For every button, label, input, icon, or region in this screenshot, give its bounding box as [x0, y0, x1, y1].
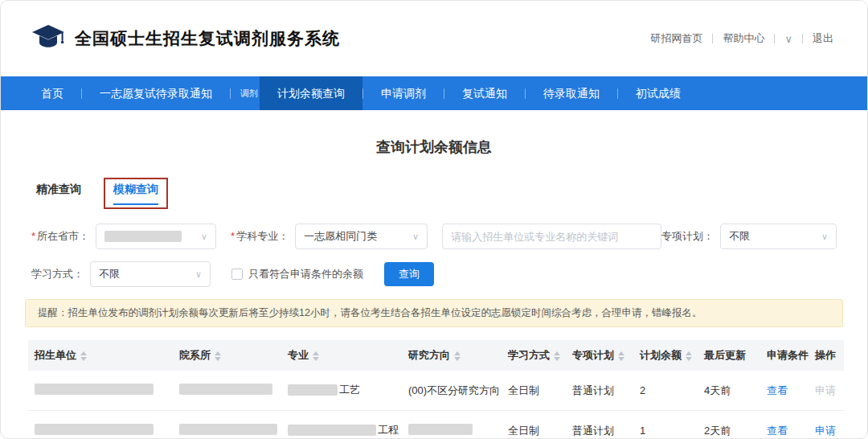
page-title: 查询计划余额信息	[1, 137, 867, 157]
cell-major: 工程	[281, 411, 402, 439]
cell-apply-condition: 查看	[760, 411, 809, 439]
results-table: 招生单位 院系所 专业 研究方向 学习方式 专项计划 计划余额 最后更新 申请条…	[28, 340, 844, 439]
col-header-action: 操作	[809, 340, 844, 371]
table-row: 工艺 (00)不区分研究方向 全日制 普通计划 2 4天前 查看 申请	[28, 371, 844, 411]
col-header-balance[interactable]: 计划余额	[633, 340, 698, 371]
filter-form: *所在省市： ∨ *学科专业： 一志愿相同门类 ∨ 专项计划： 不限 ∨	[31, 224, 837, 287]
nav-group-label-tiaoji: 调剂	[240, 88, 258, 100]
sort-icon[interactable]	[618, 351, 624, 361]
divider	[712, 34, 713, 43]
redacted-text	[179, 424, 277, 435]
keyword-input[interactable]	[442, 224, 661, 249]
brand: 全国硕士生招生复试调剂服务系统	[31, 24, 340, 54]
view-link[interactable]: 查看	[767, 384, 788, 396]
cell-special-plan: 普通计划	[566, 371, 633, 411]
main-nav: 首页 一志愿复试待录取通知 调剂 计划余额查询 申请调剂 复试通知 待录取通知 …	[1, 76, 867, 110]
study-mode-select-value: 不限	[99, 267, 120, 281]
col-header-last-update: 最后更新	[698, 340, 760, 371]
nav-divider	[230, 88, 231, 99]
cell-major: 工艺	[281, 371, 402, 411]
col-header-department[interactable]: 院系所	[173, 340, 281, 371]
apply-link[interactable]: 申请	[815, 425, 836, 437]
subject-select-value: 一志愿相同门类	[304, 229, 377, 244]
nav-item-initial-score[interactable]: 初试成绩	[618, 76, 698, 110]
col-header-apply-condition: 申请条件	[760, 340, 809, 371]
sort-icon[interactable]	[80, 351, 87, 361]
redacted-text	[408, 424, 473, 435]
page: 全国硕士生招生复试调剂服务系统 研招网首页 帮助中心 ∨ 退出 首页 一志愿复试…	[0, 0, 868, 439]
redacted-province-value	[104, 231, 182, 242]
subject-select[interactable]: 一志愿相同门类 ∨	[295, 224, 428, 249]
study-mode-field: 学习方式： 不限 ∨	[31, 261, 211, 287]
top-links: 研招网首页 帮助中心 ∨ 退出	[650, 31, 833, 46]
user-menu-chevron-down-icon[interactable]: ∨	[784, 33, 792, 45]
col-header-direction[interactable]: 研究方向	[402, 340, 502, 371]
col-header-major[interactable]: 专业	[281, 340, 402, 371]
app-title: 全国硕士生招生复试调剂服务系统	[75, 27, 340, 50]
divider	[774, 34, 775, 43]
tab-precise-query[interactable]: 精准查询	[36, 183, 81, 205]
cell-apply-condition: 查看	[760, 371, 809, 411]
nav-item-plan-balance-query[interactable]: 计划余额查询	[260, 76, 362, 110]
divider	[802, 34, 803, 43]
logout-link[interactable]: 退出	[813, 31, 833, 46]
redacted-text	[35, 424, 154, 435]
topbar: 全国硕士生招生复试调剂服务系统 研招网首页 帮助中心 ∨ 退出	[1, 1, 867, 76]
sort-icon[interactable]	[215, 351, 221, 361]
required-mark: *	[231, 230, 235, 242]
query-tabs: 精准查询 模糊查询	[36, 178, 867, 209]
cell-balance: 2	[633, 371, 698, 411]
reminder-banner: 提醒：招生单位发布的调剂计划余额每次更新后将至少持续12小时，请各位考生结合各招…	[25, 299, 843, 327]
redacted-text	[288, 384, 338, 396]
help-center-link[interactable]: 帮助中心	[723, 31, 764, 46]
cell-department	[173, 371, 281, 411]
cell-last-update: 4天前	[698, 371, 760, 411]
special-plan-select-value: 不限	[729, 229, 750, 244]
subject-field: *学科专业： 一志愿相同门类 ∨	[231, 224, 428, 249]
cell-department	[173, 411, 281, 439]
search-button[interactable]: 查询	[384, 262, 434, 286]
province-label: *所在省市：	[31, 229, 89, 244]
redacted-text	[35, 384, 154, 395]
sort-icon[interactable]	[313, 351, 319, 361]
select-chevron-down-icon: ∨	[195, 269, 202, 280]
col-header-unit[interactable]: 招生单位	[28, 340, 173, 371]
select-chevron-down-icon: ∨	[821, 232, 828, 242]
special-plan-label: 专项计划：	[661, 229, 714, 244]
apply-link-disabled: 申请	[815, 384, 836, 396]
cell-unit	[28, 411, 173, 439]
special-plan-select[interactable]: 不限 ∨	[720, 224, 837, 249]
eligible-only-checkbox-wrap[interactable]: 只看符合申请条件的余额	[231, 267, 363, 281]
cell-study-mode: 全日制	[502, 411, 566, 439]
view-link[interactable]: 查看	[767, 425, 788, 437]
cell-balance: 1	[633, 411, 698, 439]
nav-item-apply-adjustment[interactable]: 申请调剂	[363, 76, 444, 110]
redacted-text	[179, 384, 272, 395]
sort-icon[interactable]	[554, 351, 560, 361]
tab-fuzzy-query[interactable]: 模糊查询	[113, 183, 158, 205]
province-select[interactable]: ∨	[96, 224, 216, 249]
nav-item-admission-notice[interactable]: 待录取通知	[526, 76, 617, 110]
yanzhao-home-link[interactable]: 研招网首页	[650, 31, 702, 46]
col-header-study-mode[interactable]: 学习方式	[502, 340, 566, 371]
eligible-only-checkbox-label: 只看符合申请条件的余额	[248, 267, 363, 281]
filter-row-2: 学习方式： 不限 ∨ 只看符合申请条件的余额 查询	[31, 261, 837, 287]
cell-action: 申请	[809, 371, 844, 411]
required-mark: *	[31, 230, 35, 242]
select-chevron-down-icon: ∨	[412, 232, 419, 242]
redacted-text	[288, 425, 376, 436]
nav-item-first-choice-notice[interactable]: 一志愿复试待录取通知	[82, 76, 230, 110]
filter-row-1: *所在省市： ∨ *学科专业： 一志愿相同门类 ∨ 专项计划： 不限 ∨	[31, 224, 837, 249]
table-row: 工程 全日制 普通计划 1 2天前 查看 申请	[28, 411, 844, 439]
nav-item-home[interactable]: 首页	[23, 76, 81, 110]
cell-last-update: 2天前	[698, 411, 760, 439]
sort-icon[interactable]	[454, 351, 461, 361]
province-field: *所在省市： ∨	[31, 224, 216, 249]
graduation-cap-logo	[31, 24, 65, 54]
study-mode-label: 学习方式：	[31, 267, 84, 281]
sort-icon[interactable]	[686, 351, 692, 361]
eligible-only-checkbox[interactable]	[231, 269, 243, 280]
col-header-special-plan[interactable]: 专项计划	[566, 340, 633, 371]
nav-item-retest-notice[interactable]: 复试通知	[444, 76, 525, 110]
study-mode-select[interactable]: 不限 ∨	[90, 261, 211, 287]
